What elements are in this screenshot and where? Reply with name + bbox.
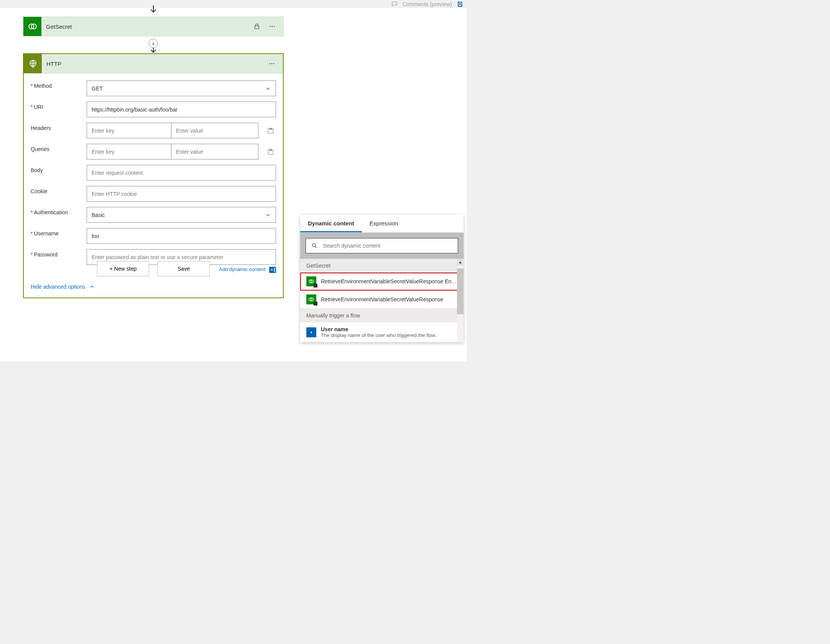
uri-input[interactable]: [87, 102, 276, 117]
row-authentication: Authentication Basic: [31, 207, 276, 223]
svg-point-10: [273, 63, 274, 64]
new-step-button[interactable]: + New step: [97, 261, 149, 276]
method-value: GET: [92, 85, 103, 92]
label-queries: Queries: [31, 144, 87, 152]
label-body: Body: [31, 165, 87, 173]
body-input[interactable]: [87, 165, 276, 181]
more-icon[interactable]: [268, 60, 275, 67]
dynamic-panel-tabs: Dynamic content Expression: [300, 215, 463, 233]
headers-key-input[interactable]: [87, 123, 171, 138]
username-input[interactable]: [87, 228, 276, 244]
comments-icon[interactable]: [391, 1, 398, 8]
chevron-up-icon: [89, 284, 95, 290]
authentication-value: Basic: [92, 212, 105, 218]
queries-text-mode-button[interactable]: [265, 146, 276, 157]
svg-point-8: [270, 63, 270, 64]
dataverse-icon: [23, 17, 41, 36]
label-authentication: Authentication: [31, 207, 87, 215]
dataverse-icon: [306, 276, 316, 286]
svg-point-9: [271, 63, 272, 64]
svg-rect-12: [268, 150, 273, 154]
dynamic-item-title: RetrieveEnvironmentVariableSecretValueRe…: [321, 296, 457, 302]
row-uri: URI: [31, 102, 276, 117]
dynamic-search-input[interactable]: [322, 242, 452, 249]
row-cookie: Cookie: [31, 186, 276, 202]
dynamic-item-secret-response[interactable]: RetrieveEnvironmentVariableSecretValueRe…: [300, 291, 463, 309]
dynamic-item-secret-envi[interactable]: RetrieveEnvironmentVariableSecretValueRe…: [300, 273, 463, 291]
designer-canvas: GetSecret + HTTP: [0, 8, 467, 361]
label-cookie: Cookie: [31, 186, 87, 194]
more-icon[interactable]: [269, 23, 276, 30]
label-uri: URI: [31, 102, 87, 110]
cookie-input[interactable]: [87, 186, 276, 202]
card-header-actions: [253, 23, 283, 30]
search-icon: [311, 243, 317, 249]
dynamic-content-list: ▲ GetSecret RetrieveEnvironmentVariableS…: [300, 259, 463, 342]
card-header[interactable]: GetSecret: [23, 17, 283, 36]
flow-button-icon: [306, 327, 316, 337]
secure-lock-icon: [253, 23, 260, 30]
svg-point-6: [274, 26, 274, 27]
dynamic-content-panel: Dynamic content Expression ▲ GetSecret R…: [300, 215, 463, 342]
card-header[interactable]: HTTP: [24, 54, 283, 74]
svg-point-4: [270, 26, 271, 27]
row-body: Body: [31, 165, 276, 181]
method-select[interactable]: GET: [87, 80, 276, 96]
label-method: Method: [31, 80, 87, 89]
row-username: Username: [31, 228, 276, 244]
row-headers: Headers: [31, 123, 276, 138]
svg-rect-0: [459, 4, 461, 6]
authentication-select[interactable]: Basic: [87, 207, 276, 223]
headers-value-input[interactable]: [171, 123, 258, 138]
svg-point-13: [312, 244, 316, 247]
svg-rect-3: [255, 26, 259, 29]
svg-rect-11: [268, 129, 273, 133]
dynamic-group-getsecret: GetSecret: [300, 259, 463, 273]
dynamic-search-area: [300, 233, 463, 259]
dataverse-icon: [306, 294, 316, 304]
dynamic-item-user-name[interactable]: User name The display name of the user w…: [300, 322, 463, 342]
save-toolbar-icon[interactable]: [457, 1, 463, 8]
headers-text-mode-button[interactable]: [265, 125, 276, 136]
chevron-down-icon: [265, 212, 271, 218]
top-actions-bar: Comments (preview): [391, 0, 467, 8]
comments-label[interactable]: Comments (preview): [403, 1, 452, 7]
label-headers: Headers: [31, 123, 87, 131]
dynamic-item-description: The display name of the user who trigger…: [321, 332, 457, 338]
action-card-getsecret[interactable]: GetSecret: [23, 16, 284, 36]
hide-advanced-label[interactable]: Hide advanced options: [31, 284, 85, 290]
label-password: Password: [31, 249, 87, 258]
tab-expression[interactable]: Expression: [362, 215, 406, 232]
http-globe-icon: [24, 54, 42, 73]
svg-point-5: [272, 26, 273, 27]
tab-dynamic-content[interactable]: Dynamic content: [300, 215, 362, 232]
row-queries: Queries: [31, 144, 276, 159]
dynamic-item-title: RetrieveEnvironmentVariableSecretValueRe…: [321, 278, 457, 284]
card-header-actions: [268, 60, 283, 67]
scroll-up-button[interactable]: ▲: [457, 259, 463, 265]
arrow-down-icon: [148, 3, 159, 15]
label-username: Username: [31, 228, 87, 237]
scrollbar[interactable]: [457, 265, 463, 342]
save-button[interactable]: Save: [158, 261, 210, 276]
scrollbar-thumb[interactable]: [457, 268, 463, 314]
chevron-down-icon: [265, 85, 271, 92]
card-title: HTTP: [42, 61, 268, 67]
queries-key-input[interactable]: [87, 144, 171, 159]
hide-advanced-options[interactable]: Hide advanced options: [31, 284, 276, 290]
row-method: Method GET: [31, 80, 276, 96]
insert-step-button[interactable]: +: [149, 39, 158, 48]
dynamic-item-title: User name: [321, 326, 457, 332]
footer-buttons: + New step Save: [23, 261, 284, 276]
queries-value-input[interactable]: [171, 144, 258, 159]
dynamic-group-manual: Manually trigger a flow: [300, 309, 463, 322]
card-title: GetSecret: [41, 23, 253, 30]
dynamic-search-box[interactable]: [306, 238, 458, 253]
